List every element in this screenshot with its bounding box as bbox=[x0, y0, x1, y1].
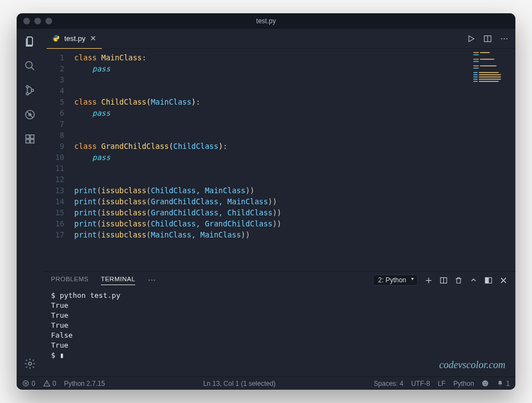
svg-point-10 bbox=[28, 362, 32, 365]
search-icon[interactable] bbox=[23, 59, 37, 73]
panel-tab-terminal[interactable]: TERMINAL bbox=[101, 276, 135, 285]
close-panel-icon[interactable] bbox=[499, 276, 508, 285]
python-file-icon bbox=[52, 34, 60, 42]
status-bar: 0 0 Python 2.7.15 Ln 13, Col 1 (1 select… bbox=[17, 376, 515, 390]
svg-rect-20 bbox=[485, 277, 489, 283]
status-warnings[interactable]: 0 bbox=[43, 380, 57, 388]
code-editor[interactable]: 1234567891011121314151617 class MainClas… bbox=[43, 49, 515, 271]
status-feedback-icon[interactable] bbox=[482, 380, 489, 388]
svg-point-1 bbox=[26, 86, 28, 88]
status-encoding[interactable]: UTF-8 bbox=[411, 380, 430, 388]
svg-point-3 bbox=[32, 89, 34, 91]
status-eol[interactable]: LF bbox=[438, 380, 446, 388]
svg-point-23 bbox=[484, 383, 484, 383]
svg-point-14 bbox=[507, 38, 508, 39]
toggle-panel-icon[interactable] bbox=[484, 276, 493, 285]
titlebar: test.py bbox=[17, 13, 515, 29]
svg-point-17 bbox=[154, 280, 155, 281]
more-actions-icon[interactable] bbox=[500, 34, 509, 43]
debug-icon[interactable] bbox=[23, 107, 37, 122]
line-number-gutter: 1234567891011121314151617 bbox=[43, 49, 72, 271]
window-title: test.py bbox=[17, 17, 515, 25]
activity-bar bbox=[17, 29, 43, 376]
new-terminal-icon[interactable] bbox=[424, 276, 433, 285]
svg-point-2 bbox=[26, 92, 28, 95]
minimize-window-button[interactable] bbox=[34, 18, 41, 24]
split-terminal-icon[interactable] bbox=[439, 276, 448, 285]
svg-point-22 bbox=[482, 380, 488, 386]
svg-rect-6 bbox=[26, 135, 29, 138]
svg-point-15 bbox=[149, 280, 150, 281]
svg-rect-8 bbox=[30, 140, 34, 143]
editor-actions bbox=[467, 34, 515, 43]
tab-bar: test.py bbox=[43, 29, 515, 49]
panel-tab-bar: PROBLEMS TERMINAL 2: Python bbox=[43, 272, 515, 288]
svg-point-24 bbox=[486, 383, 487, 383]
explorer-icon[interactable] bbox=[23, 34, 37, 49]
status-notifications[interactable]: 1 bbox=[497, 380, 510, 388]
status-cursor[interactable]: Ln 13, Col 1 (1 selected) bbox=[203, 380, 276, 388]
svg-point-0 bbox=[25, 61, 32, 68]
svg-rect-7 bbox=[26, 140, 29, 143]
close-tab-icon[interactable] bbox=[90, 35, 96, 42]
svg-point-16 bbox=[151, 280, 152, 281]
bottom-panel: PROBLEMS TERMINAL 2: Python bbox=[43, 271, 515, 376]
editor-column: test.py 12 bbox=[43, 29, 515, 376]
kill-terminal-icon[interactable] bbox=[454, 276, 463, 285]
panel-more-icon[interactable] bbox=[147, 276, 156, 285]
code-content: class MainClass: pass class ChildClass(M… bbox=[72, 49, 282, 271]
settings-gear-icon[interactable] bbox=[23, 356, 37, 371]
zoom-window-button[interactable] bbox=[45, 18, 52, 24]
main-body: test.py 12 bbox=[17, 29, 515, 376]
status-errors[interactable]: 0 bbox=[22, 380, 35, 388]
minimap[interactable] bbox=[473, 52, 512, 82]
svg-rect-9 bbox=[30, 135, 34, 138]
maximize-panel-icon[interactable] bbox=[469, 276, 478, 285]
status-interpreter[interactable]: Python 2.7.15 bbox=[64, 380, 105, 388]
vscode-window: test.py bbox=[17, 13, 515, 390]
panel-tab-problems[interactable]: PROBLEMS bbox=[51, 276, 89, 285]
run-icon[interactable] bbox=[467, 34, 475, 43]
source-control-icon[interactable] bbox=[23, 83, 37, 97]
terminal-selector[interactable]: 2: Python bbox=[373, 275, 418, 286]
status-language[interactable]: Python bbox=[453, 380, 474, 388]
svg-point-12 bbox=[501, 38, 502, 39]
tab-label: test.py bbox=[64, 34, 85, 43]
status-spaces[interactable]: Spaces: 4 bbox=[374, 380, 403, 388]
svg-point-5 bbox=[28, 113, 32, 116]
svg-point-13 bbox=[504, 38, 505, 39]
traffic-lights bbox=[17, 18, 52, 24]
tab-testpy[interactable]: test.py bbox=[47, 29, 102, 49]
split-editor-icon[interactable] bbox=[483, 34, 492, 43]
watermark: codevscolor.com bbox=[439, 359, 505, 371]
close-window-button[interactable] bbox=[23, 18, 30, 24]
extensions-icon[interactable] bbox=[23, 132, 37, 146]
